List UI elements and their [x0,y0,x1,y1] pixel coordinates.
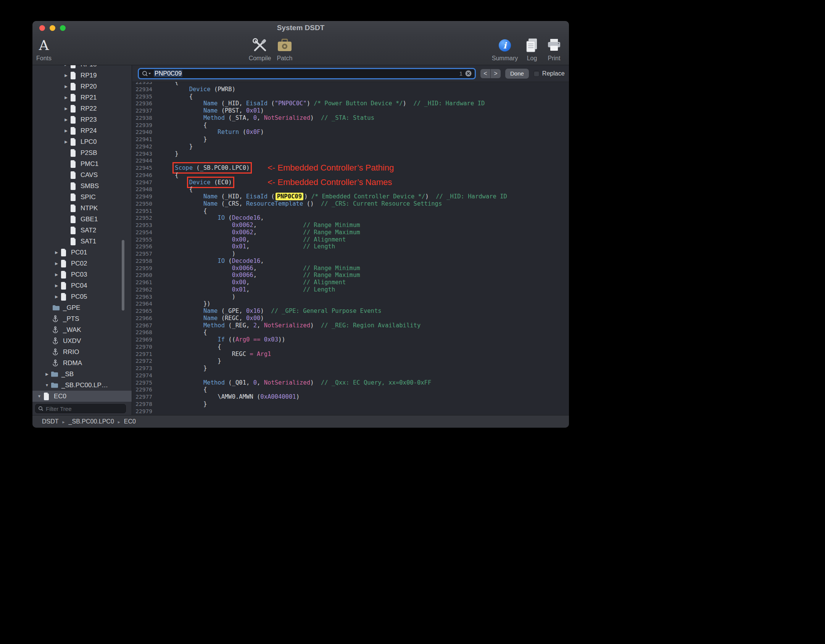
line-number: 22948 [132,186,156,193]
sidebar-item-ec0[interactable]: ▼EC0 [32,391,132,402]
sidebar-item-_sb.pc00.lp…[interactable]: ▼_SB.PC00.LP… [35,380,132,391]
sidebar-item-pc04[interactable]: ▶PC04 [35,280,132,291]
find-next-button[interactable]: > [491,69,501,78]
code-line: 22940 Return (0x0F) [132,129,569,136]
disclosure-right-icon[interactable]: ▶ [62,84,70,89]
disclosure-right-icon[interactable]: ▶ [43,372,51,376]
disclosure-right-icon[interactable]: ▶ [53,283,60,288]
search-menu-icon[interactable] [142,71,151,77]
sidebar-item-label: _GPE [63,304,80,312]
code-editor[interactable]: 22933 {22934 Device (PWRB)22935 {22936 N… [132,82,569,415]
sidebar-item-_gpe[interactable]: _GPE [35,302,132,313]
sidebar-item-rp19[interactable]: ▶RP19 [35,70,132,81]
code-token: NotSerialized [264,379,310,386]
sidebar-item-pc05[interactable]: ▶PC05 [35,291,132,302]
fonts-button[interactable]: A Fonts [32,37,56,62]
disclosure-right-icon[interactable]: ▶ [62,73,70,77]
sidebar-item-rdma[interactable]: RDMA [35,357,132,369]
close-button[interactable] [39,25,45,31]
disclosure-right-icon[interactable]: ▶ [62,106,70,111]
disclosure-down-icon[interactable]: ▼ [35,394,43,398]
sidebar-item-gbe1[interactable]: GBE1 [35,214,132,225]
doc-icon [70,83,80,90]
disclosure-right-icon[interactable]: ▶ [62,95,70,100]
disclosure-right-icon[interactable]: ▶ [53,250,60,254]
disclosure-right-icon[interactable]: ▶ [62,140,70,144]
print-button[interactable]: Print [543,37,565,62]
sidebar-item-label: PMC1 [81,160,98,168]
search-input[interactable]: PNP0C09 1 [138,68,476,79]
code-token: // _HID: Hardware ID [414,100,485,107]
code-line-content: 0x0066, // Range Minimum [156,265,360,272]
find-previous-button[interactable]: < [480,69,490,78]
sidebar-item-rp20[interactable]: ▶RP20 [35,81,132,92]
code-line-content: 0x01, // Length [156,286,335,293]
code-line: 22961 0x00, // Alignment [132,279,569,286]
replace-toggle[interactable]: Replace [533,70,565,77]
code-line-content: Method (_STA, 0, NotSerialized) // _STA:… [156,114,374,122]
sidebar-item-_wak[interactable]: _WAK [35,324,132,335]
sidebar-item-label: RP22 [81,105,97,113]
replace-checkbox[interactable] [533,71,540,77]
filter-input[interactable]: Filter Tree [35,404,126,413]
sidebar-item-rp22[interactable]: ▶RP22 [35,103,132,114]
sidebar-item-rp18[interactable]: ▶RP18 [35,65,132,70]
sidebar-item-sat2[interactable]: SAT2 [35,225,132,236]
sidebar-item-rp23[interactable]: ▶RP23 [35,114,132,125]
code-token: { [161,186,193,193]
disclosure-down-icon[interactable]: ▼ [43,383,51,387]
sidebar-item-sat1[interactable]: SAT1 [35,236,132,247]
code-token: Method [203,114,225,121]
zoom-button[interactable] [60,25,66,31]
disclosure-right-icon[interactable]: ▶ [62,118,70,122]
log-button[interactable]: Log [521,37,543,62]
patch-button[interactable]: Patch [272,37,297,62]
sidebar-item-pmc1[interactable]: PMC1 [35,158,132,169]
sidebar-item-label: RRIO [63,348,79,356]
disclosure-right-icon[interactable]: ▶ [53,272,60,277]
sidebar-item-pc01[interactable]: ▶PC01 [35,247,132,258]
breadcrumb-item-_sb.pc00.lpc0[interactable]: _SB.PC00.LPC0 [69,418,114,425]
sidebar-item-pc02[interactable]: ▶PC02 [35,258,132,269]
sidebar-item-uxdv[interactable]: UXDV [35,335,132,346]
summary-button[interactable]: i Summary [494,37,516,62]
code-token: } [161,365,207,372]
sidebar-scrollbar[interactable] [122,240,124,311]
code-token: // Alignment [303,236,346,243]
code-token: Device [189,86,211,93]
filter-search-icon [38,406,44,411]
sidebar-item-ntpk[interactable]: NTPK [35,203,132,214]
code-token [161,200,203,207]
minimize-button[interactable] [50,25,55,31]
doc-icon [43,393,53,400]
line-number: 22968 [132,329,156,336]
sidebar-item-_sb[interactable]: ▶_SB [35,369,132,380]
sidebar-item-lpc0[interactable]: ▶LPC0 [35,136,132,147]
sidebar-item-_pts[interactable]: _PTS [35,313,132,324]
code-line: 22957 ) [132,250,569,258]
sidebar-item-rp21[interactable]: ▶RP21 [35,92,132,103]
done-button[interactable]: Done [505,69,529,79]
code-token: , [253,222,303,229]
compile-button[interactable]: Compile [248,37,272,62]
disclosure-right-icon[interactable]: ▶ [53,295,60,299]
disclosure-right-icon[interactable]: ▶ [62,129,70,133]
disclosure-right-icon[interactable]: ▶ [53,261,60,266]
line-number: 22941 [132,136,156,143]
sidebar-item-spic[interactable]: SPIC [35,192,132,203]
sidebar-item-p2sb[interactable]: P2SB [35,147,132,158]
code-token: (( [225,336,235,343]
breadcrumb-item-dsdt[interactable]: DSDT [42,418,59,425]
code-token: IO [218,214,225,221]
sidebar-item-smbs[interactable]: SMBS [35,180,132,192]
code-token: If [218,336,225,343]
sidebar-item-rrio[interactable]: RRIO [35,346,132,357]
sidebar-item-rp24[interactable]: ▶RP24 [35,125,132,136]
disclosure-right-icon[interactable]: ▶ [62,65,70,66]
sidebar-item-cavs[interactable]: CAVS [35,169,132,180]
code-line-content: REGC = Arg1 [156,351,271,358]
code-token: 2 [253,322,257,329]
breadcrumb-item-ec0[interactable]: EC0 [124,418,136,425]
sidebar-item-pc03[interactable]: ▶PC03 [35,269,132,280]
clear-search-icon[interactable] [465,70,472,77]
